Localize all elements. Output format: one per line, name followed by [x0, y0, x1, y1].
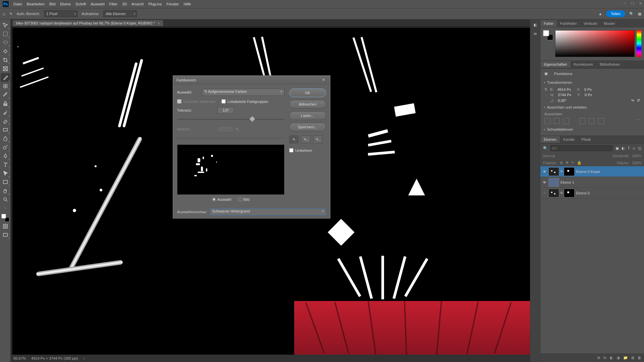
path-select-tool[interactable]	[1, 169, 10, 178]
visibility-toggle[interactable]: 👁	[542, 180, 547, 185]
align-more-icon[interactable]: ⋯	[636, 118, 640, 124]
menu-filter[interactable]: Filter	[109, 2, 117, 6]
status-chevron-icon[interactable]: ›	[84, 356, 85, 360]
filter-type-t-icon[interactable]: T	[628, 146, 630, 150]
link-icon[interactable]: ⧉	[560, 170, 562, 173]
x-value[interactable]: 0 Px	[584, 87, 601, 92]
eyedropper-icon[interactable]: ✎	[289, 135, 299, 143]
healing-tool[interactable]	[1, 82, 10, 90]
align-right-icon[interactable]	[563, 118, 569, 124]
close-tab-icon[interactable]: ×	[158, 21, 160, 25]
align-top-icon[interactable]	[579, 118, 585, 124]
delete-layer-icon[interactable]: 🗑	[638, 356, 641, 360]
sample-dropdown[interactable]: Alle Ebenen	[103, 10, 137, 17]
frame-tool[interactable]	[1, 64, 10, 73]
section-align[interactable]: Ausrichten und verteilen	[540, 103, 644, 111]
layer-thumb[interactable]	[548, 167, 559, 176]
move-tool[interactable]	[1, 21, 10, 29]
link-wh-icon[interactable]: ⇅	[544, 87, 547, 92]
fill-value[interactable]: 100%	[632, 161, 641, 165]
menu-bearbeiten[interactable]: Bearbeiten	[27, 2, 45, 6]
filter-pixel-icon[interactable]: ▣	[615, 146, 619, 150]
menu-schrift[interactable]: Schrift	[75, 2, 86, 6]
eyedropper-minus-icon[interactable]: ✎₋	[313, 135, 323, 143]
mask-thumb[interactable]	[564, 189, 575, 197]
tab-muster[interactable]: Muster	[600, 20, 619, 27]
tab-farbfelder[interactable]: Farbfelder	[557, 20, 580, 27]
menu-fenster[interactable]: Fenster	[166, 2, 179, 6]
window-max-icon[interactable]: ☐	[631, 1, 634, 6]
menu-ebene[interactable]: Ebene	[60, 2, 71, 6]
hue-bar[interactable]	[637, 30, 641, 57]
layer-row[interactable]: 👁 ⧉ Ebene 0 Kopie	[540, 166, 644, 177]
visibility-toggle[interactable]: 👁	[542, 190, 547, 196]
link-layers-icon[interactable]: ⧉	[597, 356, 600, 360]
section-quickactions[interactable]: Schnellaktionen	[540, 125, 644, 133]
gradient-tool[interactable]	[1, 125, 10, 134]
vorschau-dropdown[interactable]: Schwarzer Hintergrund	[210, 208, 326, 216]
tab-pfade[interactable]: Pfade	[578, 136, 594, 143]
radio-auswahl[interactable]: Auswahl	[212, 197, 231, 201]
cancel-button[interactable]: Abbrechen	[289, 100, 326, 109]
window-close-icon[interactable]: ✕	[639, 1, 642, 6]
search-icon[interactable]: 🔍	[629, 12, 634, 16]
quickmask-icon[interactable]	[1, 222, 10, 231]
blur-tool[interactable]	[1, 134, 10, 143]
mask-thumb[interactable]	[564, 167, 575, 176]
history-brush-tool[interactable]	[1, 108, 10, 117]
rectangle-tool[interactable]	[1, 178, 10, 186]
lokalisierte-checkbox[interactable]: Lokalisierte Farbgruppen	[221, 99, 268, 104]
crop-tool[interactable]	[1, 56, 10, 64]
history-panel-icon[interactable]: ◧	[534, 23, 537, 27]
laden-button[interactable]: Laden...	[289, 111, 326, 120]
stamp-tool[interactable]	[1, 99, 10, 108]
flip-h-icon[interactable]: ⇋	[631, 98, 634, 103]
lock-lock-icon[interactable]: 🔒	[577, 161, 582, 165]
layer-thumb[interactable]	[548, 178, 559, 187]
tab-farbe[interactable]: Farbe	[540, 20, 557, 27]
layer-name[interactable]: Ebene 0 Kopie	[576, 170, 600, 174]
layer-name[interactable]: Ebene 0	[576, 191, 590, 195]
dialog-close-icon[interactable]: ✕	[320, 77, 327, 83]
filter-smart-icon[interactable]: ◫	[638, 146, 641, 150]
radio-bild[interactable]: Bild	[238, 197, 250, 201]
link-icon[interactable]: ⧉	[560, 191, 562, 195]
panel-swatches[interactable]	[543, 30, 553, 40]
filter-shape-icon[interactable]: ◇	[633, 146, 635, 150]
menu-hilfe[interactable]: Hilfe	[183, 2, 191, 6]
speichern-button[interactable]: Speichern...	[289, 123, 326, 131]
type-tool[interactable]	[1, 160, 10, 169]
blend-mode-dropdown[interactable]: Normal	[543, 154, 555, 158]
comments-panel-icon[interactable]: ✉	[534, 32, 537, 36]
zoom-tool[interactable]	[1, 195, 10, 204]
new-layer-icon[interactable]: ⊞	[631, 356, 634, 360]
tab-verlaeufe[interactable]: Verläufe	[580, 20, 600, 27]
visibility-toggle[interactable]: 👁	[542, 169, 547, 174]
layer-fx-icon[interactable]: fx	[603, 356, 606, 360]
brush-tool[interactable]	[1, 90, 10, 99]
width-value[interactable]: 4914 Px	[557, 87, 574, 92]
lock-pixel-icon[interactable]: ✎	[571, 161, 574, 165]
zoom-level[interactable]: 66,67%	[13, 356, 26, 360]
dodge-tool[interactable]	[1, 143, 10, 152]
layer-row[interactable]: 👁 ⧉ Ebene 0	[540, 188, 644, 198]
eyedropper-plus-icon[interactable]: ✎₊	[301, 135, 311, 143]
adj-layer-icon[interactable]: ◑	[616, 356, 620, 360]
home-icon[interactable]: ⌂	[3, 11, 5, 16]
dialog-titlebar[interactable]: Farbbereich ✕	[173, 76, 330, 84]
tab-kanaele[interactable]: Kanäle	[560, 136, 578, 143]
tab-eigenschaften[interactable]: Eigenschaften	[540, 61, 571, 68]
screenmode-icon[interactable]	[1, 231, 10, 239]
color-swatches[interactable]	[1, 214, 9, 222]
pen-tool[interactable]	[1, 152, 10, 160]
tab-bibliotheken[interactable]: Bibliotheken	[596, 61, 623, 68]
marquee-tool[interactable]	[1, 29, 10, 38]
color-spectrum[interactable]	[555, 30, 635, 57]
eraser-tool[interactable]	[1, 117, 10, 125]
cloud-docs-icon[interactable]: ▲	[598, 12, 602, 16]
document-tab[interactable]: bike-3073082 nattapol deejitwasin auf Pi…	[13, 20, 163, 26]
toleranz-input[interactable]	[217, 107, 234, 114]
hand-tool[interactable]	[1, 186, 10, 195]
menu-datei[interactable]: Datei	[13, 2, 22, 6]
eyedropper-tool[interactable]	[1, 73, 10, 82]
